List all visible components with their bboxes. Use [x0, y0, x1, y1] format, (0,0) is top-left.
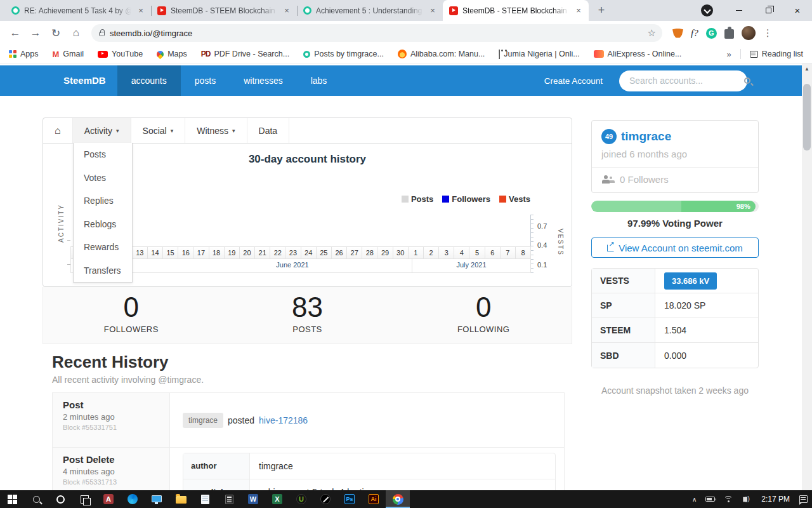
bookmark-star-icon[interactable]: ☆: [648, 27, 656, 39]
tab-social[interactable]: Social▾: [131, 118, 186, 143]
start-button[interactable]: [0, 490, 24, 508]
taskbar-word[interactable]: W: [241, 490, 265, 508]
x-axis-day-cells: 9101112131415161718192021222324252627282…: [70, 246, 531, 259]
bookmark-gmail[interactable]: MGmail: [53, 50, 84, 59]
bookmarks-overflow-icon[interactable]: »: [726, 50, 731, 59]
battery-icon: [705, 497, 715, 502]
extensions-puzzle-icon[interactable]: [724, 29, 734, 39]
create-account-link[interactable]: Create Account: [544, 76, 603, 86]
chrome-update-indicator-icon[interactable]: [701, 4, 713, 17]
url-text[interactable]: steemdb.io/@timgrace: [110, 29, 643, 38]
account-home-tab[interactable]: ⌂: [43, 118, 73, 143]
nav-accounts[interactable]: accounts: [117, 65, 181, 96]
reload-icon[interactable]: ↻: [47, 24, 65, 42]
page-scrollbar[interactable]: ▲: [802, 64, 812, 490]
legend-vests[interactable]: Vests: [499, 194, 530, 204]
bookmark-aliexpress[interactable]: AliExpress - Online...: [594, 50, 682, 58]
scroll-up-icon[interactable]: ▲: [802, 64, 812, 72]
bookmark-maps[interactable]: Maps: [157, 50, 187, 58]
forward-icon[interactable]: →: [27, 24, 44, 42]
home-icon[interactable]: ⌂: [67, 24, 85, 42]
minimize-button[interactable]: [724, 0, 754, 21]
tab-activity[interactable]: Activity▾: [73, 118, 131, 143]
dropdown-item-posts[interactable]: Posts: [74, 143, 132, 166]
search-input[interactable]: [629, 76, 744, 86]
taskbar-cortana[interactable]: [48, 490, 72, 508]
chrome-menu-icon[interactable]: ⋮: [763, 27, 773, 39]
taskbar-photoshop[interactable]: Ps: [337, 490, 362, 508]
aliexpress-icon: [594, 50, 604, 58]
close-button[interactable]: ×: [783, 0, 812, 21]
nav-posts[interactable]: posts: [181, 65, 230, 96]
account-search-box[interactable]: [619, 70, 747, 91]
taskbar-calculator[interactable]: [217, 490, 241, 508]
action-center-button[interactable]: [795, 490, 812, 508]
browser-tab-4-active[interactable]: SteemDB - STEEM Blockchain Exp ×: [443, 0, 589, 21]
community-link[interactable]: hive-172186: [259, 415, 308, 425]
address-bar[interactable]: steemdb.io/@timgrace ☆: [91, 24, 662, 42]
taskbar-access[interactable]: A: [96, 490, 121, 508]
username-badge[interactable]: timgrace: [183, 413, 223, 428]
search-icon[interactable]: [744, 77, 750, 84]
following-count: 0: [395, 292, 572, 323]
taskbar-clock[interactable]: 2:17 PM: [756, 495, 795, 504]
metamask-icon[interactable]: [672, 29, 683, 38]
nav-witnesses[interactable]: witnesses: [230, 65, 296, 96]
dropdown-item-votes[interactable]: Votes: [74, 166, 132, 190]
taskbar-app-dark[interactable]: [313, 490, 337, 508]
tab-witness[interactable]: Witness▾: [185, 118, 247, 143]
scrollbar-thumb[interactable]: [803, 84, 811, 150]
taskbar-this-pc[interactable]: [145, 490, 169, 508]
tab-close-icon[interactable]: ×: [428, 6, 438, 16]
dark-circle-app-icon: [320, 494, 331, 504]
grammarly-icon[interactable]: G: [706, 28, 717, 39]
browser-tab-2[interactable]: SteemDB - STEEM Blockchain Exp ×: [151, 0, 297, 21]
tab-data[interactable]: Data: [247, 118, 290, 143]
legend-posts[interactable]: Posts: [402, 194, 433, 204]
browser-tab-3[interactable]: Achievement 5 : Understanding T ×: [297, 0, 443, 21]
taskbar-search[interactable]: [24, 490, 48, 508]
dropdown-item-rewards[interactable]: Rewards: [74, 236, 132, 259]
bookmark-pdfdrive[interactable]: PDPDF Drive - Search...: [201, 50, 289, 58]
followers-line: 0 Followers: [592, 168, 758, 192]
taskbar-chrome-active[interactable]: [386, 490, 410, 508]
bookmark-jumia[interactable]: Jumia Nigeria | Onli...: [499, 50, 579, 58]
bookmark-youtube[interactable]: YouTube: [98, 50, 143, 58]
taskbar-illustrator[interactable]: Ai: [362, 490, 386, 508]
bookmark-steemit[interactable]: Posts by timgrace...: [303, 50, 384, 58]
nav-labs[interactable]: labs: [297, 65, 341, 96]
dropdown-item-transfers[interactable]: Transfers: [74, 259, 132, 283]
wifi-indicator[interactable]: [719, 490, 738, 508]
y-axis-label-vests: VESTS: [557, 227, 564, 258]
bookmark-apps[interactable]: Apps: [9, 50, 39, 58]
balances-table: VESTS 33.686 kV SP 18.020 SP STEEM 1.504…: [591, 268, 759, 368]
task-view-button[interactable]: [72, 490, 96, 508]
taskbar-notepad[interactable]: [193, 490, 217, 508]
view-on-steemit-button[interactable]: View Account on steemit.com: [591, 237, 759, 258]
browser-tab-1[interactable]: RE: Achievement 5 Task 4 by @tim ×: [5, 0, 151, 21]
tab-close-icon[interactable]: ×: [282, 6, 292, 16]
back-icon[interactable]: ←: [6, 24, 24, 42]
dropdown-item-replies[interactable]: Replies: [74, 189, 132, 213]
username-link[interactable]: timgrace: [621, 130, 671, 143]
battery-indicator[interactable]: [701, 490, 719, 508]
volume-indicator[interactable]: [738, 490, 756, 508]
restore-button[interactable]: [754, 0, 783, 21]
brand-logo[interactable]: SteemDB: [52, 65, 117, 96]
profile-avatar[interactable]: [742, 26, 756, 40]
tray-expand-icon[interactable]: ∧: [688, 490, 701, 508]
bookmark-alibaba[interactable]: Alibaba.com: Manu...: [398, 50, 485, 58]
taskbar-utorrent[interactable]: U: [289, 490, 313, 508]
page-viewport: SteemDB accounts posts witnesses labs Cr…: [0, 64, 812, 490]
new-tab-button[interactable]: +: [593, 2, 610, 20]
taskbar-edge[interactable]: [121, 490, 145, 508]
users-icon: [601, 175, 614, 184]
taskbar-file-explorer[interactable]: [169, 490, 193, 508]
extension-f-icon[interactable]: f?: [691, 28, 698, 39]
reading-list-button[interactable]: Reading list: [750, 50, 803, 58]
tab-close-icon[interactable]: ×: [136, 6, 146, 16]
tab-close-icon[interactable]: ×: [573, 6, 584, 16]
legend-followers[interactable]: Followers: [442, 194, 490, 204]
taskbar-excel[interactable]: X: [265, 490, 289, 508]
dropdown-item-reblogs[interactable]: Reblogs: [74, 213, 132, 236]
